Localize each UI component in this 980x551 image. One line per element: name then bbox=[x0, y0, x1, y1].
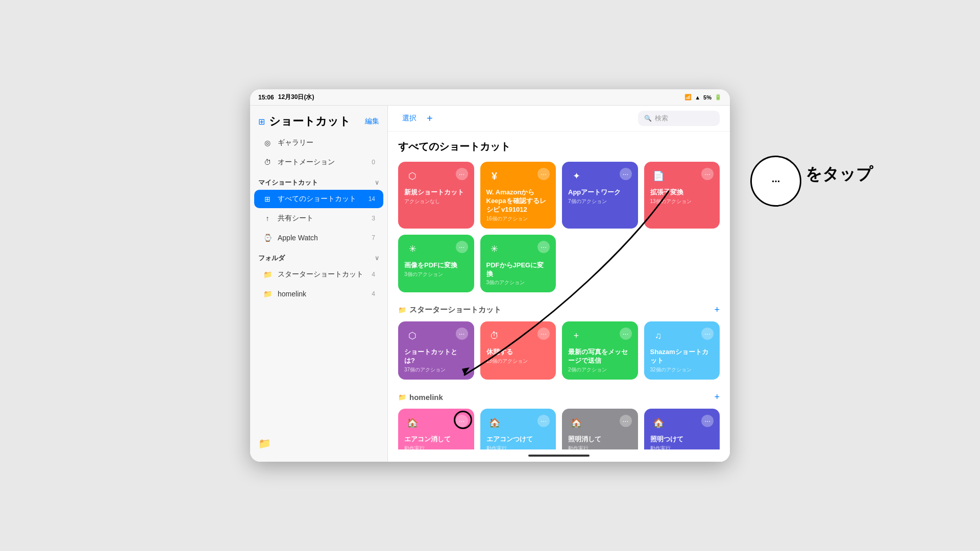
edit-button[interactable]: 編集 bbox=[365, 117, 379, 126]
sidebar-item-homelink[interactable]: 📁 homelink 4 bbox=[254, 285, 383, 303]
card-ac-on[interactable]: 🏠 ··· エアコンつけて 動作実行 bbox=[480, 409, 556, 449]
card-more-pdf-jpeg[interactable]: ··· bbox=[537, 241, 550, 253]
card-header: 🏠 ··· bbox=[650, 415, 714, 431]
card-extension[interactable]: 📄 ··· 拡張子変換 13個のアクション bbox=[644, 162, 720, 229]
card-title: PDFからJPEGに変換 bbox=[486, 261, 550, 279]
card-more-light-off[interactable]: ··· bbox=[620, 415, 632, 427]
search-bar[interactable]: 🔍 検索 bbox=[638, 111, 720, 126]
signal-icon: ▲ bbox=[695, 94, 700, 101]
sidebar-item-share-sheet[interactable]: ↑ 共有シート 3 bbox=[254, 209, 383, 228]
card-subtitle: 13個のアクション bbox=[650, 198, 714, 205]
card-subtitle: 動作実行 bbox=[404, 445, 468, 449]
card-icon: ✦ bbox=[568, 168, 584, 184]
folder-chevron[interactable]: ∨ bbox=[375, 255, 379, 262]
my-shortcuts-section: マイショートカット ∨ bbox=[250, 172, 387, 189]
card-app-artwork[interactable]: ✦ ··· Appアートワーク 7個のアクション bbox=[562, 162, 638, 229]
card-more-amazon[interactable]: ··· bbox=[537, 168, 550, 180]
search-icon: 🔍 bbox=[644, 115, 652, 122]
content-scroll[interactable]: すべてのショートカット ⬡ ··· 新規ショートカット アクションなし bbox=[388, 132, 730, 449]
starter-add-button[interactable]: + bbox=[714, 305, 720, 315]
apple-watch-icon: ⌚ bbox=[262, 233, 273, 243]
card-more-new-shortcut[interactable]: ··· bbox=[456, 168, 468, 180]
card-icon: ✳ bbox=[486, 241, 503, 257]
select-button[interactable]: 選択 bbox=[398, 112, 421, 125]
card-icon: ✳ bbox=[404, 241, 421, 257]
card-light-on[interactable]: 🏠 ··· 照明つけて 動作実行 bbox=[644, 409, 720, 449]
card-subtitle: 3個のアクション bbox=[486, 279, 550, 286]
card-subtitle: 7個のアクション bbox=[568, 198, 632, 205]
card-subtitle: 13個のアクション bbox=[486, 358, 550, 365]
time: 15:06 bbox=[258, 94, 274, 101]
card-more-img-pdf[interactable]: ··· bbox=[456, 241, 468, 253]
homelink-add-button[interactable]: + bbox=[714, 392, 720, 403]
sidebar-item-starter[interactable]: 📁 スターターショートカット 4 bbox=[254, 265, 383, 284]
card-pdf-jpeg[interactable]: ✳ ··· PDFからJPEGに変換 3個のアクション bbox=[480, 235, 556, 293]
folder-section: フォルダ ∨ bbox=[250, 247, 387, 265]
sidebar-item-automation[interactable]: ⏱ オートメーション 0 bbox=[254, 153, 383, 171]
home-bar bbox=[528, 455, 590, 457]
card-more-ac-on[interactable]: ··· bbox=[537, 415, 550, 427]
sidebar-item-all-shortcuts[interactable]: ⊞ すべてのショートカット 14 bbox=[254, 190, 383, 208]
ipad-frame: 15:06 12月30日(水) 📶 ▲ 5% 🔋 ⊞ ショートカット 編集 bbox=[250, 89, 730, 462]
card-ac-off[interactable]: 🏠 ··· エアコン消して 動作実行 bbox=[398, 409, 474, 449]
starter-label: スターターショートカット bbox=[278, 270, 372, 279]
starter-section-icon: 📁 bbox=[398, 306, 406, 314]
sidebar-header: ⊞ ショートカット 編集 bbox=[250, 112, 387, 133]
card-more-light-on[interactable]: ··· bbox=[701, 415, 714, 427]
card-more-latest-photo[interactable]: ··· bbox=[620, 328, 632, 340]
all-shortcuts-label: すべてのショートカット bbox=[278, 194, 369, 204]
status-left: 15:06 12月30日(水) bbox=[258, 93, 314, 102]
sidebar-title: ショートカット bbox=[269, 114, 351, 129]
card-title: W. AmazonからKeepaを確認するレシピ v191012 bbox=[486, 188, 550, 214]
homelink-section-title: homelink bbox=[409, 393, 443, 402]
card-title: 休憩する bbox=[486, 348, 550, 357]
card-title: 最新の写真をメッセージで送信 bbox=[568, 348, 632, 365]
add-button[interactable]: + bbox=[427, 113, 433, 124]
card-latest-photo[interactable]: + ··· 最新の写真をメッセージで送信 2個のアクション bbox=[562, 321, 638, 380]
add-folder-icon[interactable]: 📁 bbox=[258, 438, 271, 449]
card-more-shazam[interactable]: ··· bbox=[701, 328, 714, 340]
card-rest[interactable]: ⏱ ··· 休憩する 13個のアクション bbox=[480, 321, 556, 380]
card-subtitle: 2個のアクション bbox=[568, 366, 632, 373]
card-icon: 🏠 bbox=[650, 415, 667, 431]
card-icon: ¥ bbox=[486, 168, 503, 184]
card-shazam[interactable]: ♫ ··· Shazamショートカット 32個のアクション bbox=[644, 321, 720, 380]
sidebar-item-gallery[interactable]: ◎ ギャラリー bbox=[254, 134, 383, 152]
card-header: ♫ ··· bbox=[650, 328, 714, 344]
sidebar-toggle-icon[interactable]: ⊞ bbox=[258, 117, 265, 127]
annotation-circle: ··· bbox=[750, 156, 801, 207]
card-title: ショートカットとは? bbox=[404, 348, 468, 365]
automation-label: オートメーション bbox=[278, 158, 372, 167]
card-more-rest[interactable]: ··· bbox=[537, 328, 550, 340]
card-more-app-artwork[interactable]: ··· bbox=[620, 168, 632, 180]
share-sheet-count: 3 bbox=[372, 215, 375, 222]
folder-title-row: 📁 homelink bbox=[398, 393, 443, 402]
my-shortcuts-chevron[interactable]: ∨ bbox=[375, 179, 379, 186]
starter-section-title: スターターショートカット bbox=[409, 305, 501, 315]
card-amazon-keepa[interactable]: ¥ ··· W. AmazonからKeepaを確認するレシピ v191012 1… bbox=[480, 162, 556, 229]
card-header: 📄 ··· bbox=[650, 168, 714, 184]
card-img-pdf[interactable]: ✳ ··· 画像をPDFに変換 3個のアクション bbox=[398, 235, 474, 293]
card-header: ✳ ··· bbox=[486, 241, 550, 257]
homelink-grid: 🏠 ··· エアコン消して 動作実行 🏠 bbox=[398, 409, 720, 449]
all-shortcuts-icon: ⊞ bbox=[262, 194, 273, 204]
gallery-icon: ◎ bbox=[262, 138, 273, 148]
card-header: 🏠 ··· bbox=[568, 415, 632, 431]
starter-folder-icon: 📁 bbox=[262, 269, 273, 280]
card-what-shortcut[interactable]: ⬡ ··· ショートカットとは? 37個のアクション bbox=[398, 321, 474, 380]
card-header: 🏠 ··· bbox=[486, 415, 550, 431]
card-new-shortcut[interactable]: ⬡ ··· 新規ショートカット アクションなし bbox=[398, 162, 474, 229]
card-more-ac-off[interactable]: ··· bbox=[456, 415, 468, 427]
sidebar: ⊞ ショートカット 編集 ◎ ギャラリー ⏱ オートメーション 0 bbox=[250, 106, 388, 462]
card-more-what-shortcut[interactable]: ··· bbox=[456, 328, 468, 340]
sidebar-item-apple-watch[interactable]: ⌚ Apple Watch 7 bbox=[254, 229, 383, 247]
status-right: 📶 ▲ 5% 🔋 bbox=[684, 94, 722, 101]
card-header: ⬡ ··· bbox=[404, 328, 468, 344]
card-light-off[interactable]: 🏠 ··· 照明消して 動作実行 bbox=[562, 409, 638, 449]
wifi-icon: 📶 bbox=[684, 94, 692, 101]
card-icon: ⬡ bbox=[404, 168, 421, 184]
homelink-folder-icon: 📁 bbox=[262, 289, 273, 299]
screen-container: 15:06 12月30日(水) 📶 ▲ 5% 🔋 ⊞ ショートカット 編集 bbox=[0, 0, 980, 551]
card-more-extension[interactable]: ··· bbox=[701, 168, 714, 180]
battery-text: 5% bbox=[703, 94, 712, 101]
